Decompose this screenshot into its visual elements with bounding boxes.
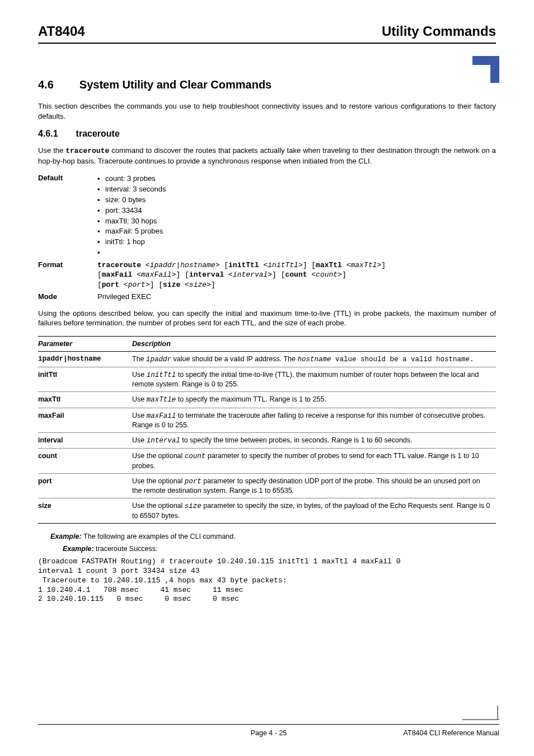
sep: [ xyxy=(97,281,102,289)
subsection-heading: 4.6.1 traceroute xyxy=(38,129,496,139)
table-row: sizeUse the optional size parameter to s… xyxy=(38,498,496,524)
default-item: size: 0 bytes xyxy=(97,195,496,206)
subsection-title: traceroute xyxy=(76,129,120,139)
options-intro: Using the options described below, you c… xyxy=(38,309,496,328)
default-item: initTtl: 1 hop xyxy=(97,237,496,248)
keyword: count xyxy=(285,270,312,279)
parameter-name: ipaddr|hostname xyxy=(38,351,132,367)
example-text: The following are examples of the CLI co… xyxy=(83,533,236,540)
code-output: (Broadcom FASTPATH Routing) # traceroute… xyxy=(38,557,496,604)
defaults-list: count: 3 probesinterval: 3 secondssize: … xyxy=(97,174,496,258)
footer-left xyxy=(38,729,192,737)
parameter-name: port xyxy=(38,473,132,498)
argument: <port> xyxy=(124,281,150,289)
command-name: traceroute xyxy=(65,147,109,155)
argument: <maxTtl> xyxy=(346,261,381,269)
argument: <maxFail> xyxy=(137,270,176,279)
example-label: Example: xyxy=(50,533,83,540)
sep: ] [ xyxy=(272,270,285,279)
example-line-2: Example: traceroute Success: xyxy=(63,545,496,553)
table-row: initTtlUse initTtl to specify the initia… xyxy=(38,367,496,392)
keyword: size xyxy=(163,281,185,289)
keyword: initTtl xyxy=(228,261,263,269)
table-header-description: Description xyxy=(132,336,496,351)
corner-bottom-decoration-icon xyxy=(462,706,499,722)
section-number: 4.6 xyxy=(38,78,54,91)
sep: [ xyxy=(219,261,228,269)
example-text: traceroute Success: xyxy=(96,545,157,553)
mode-label: Mode xyxy=(38,292,97,301)
format-label: Format xyxy=(38,260,97,290)
header-section: Utility Commands xyxy=(382,24,496,39)
table-row: ipaddr|hostnameThe ipaddr value should b… xyxy=(38,351,496,367)
sep: [ xyxy=(97,270,102,279)
default-item: port: 33434 xyxy=(97,206,496,216)
sep: ] xyxy=(342,270,346,279)
mode-value: Privileged EXEC xyxy=(97,292,496,301)
example-line-1: Example: The following are examples of t… xyxy=(50,533,496,540)
page-header: AT8404 Utility Commands xyxy=(38,24,496,44)
parameter-description: Use the optional count parameter to spec… xyxy=(132,449,496,474)
sep: ] [ xyxy=(176,270,189,279)
header-product: AT8404 xyxy=(38,24,85,39)
default-block: Default count: 3 probesinterval: 3 secon… xyxy=(38,174,496,258)
default-label: Default xyxy=(38,174,97,258)
parameter-name: maxTtl xyxy=(38,392,132,408)
keyword: maxFail xyxy=(102,270,137,279)
default-item: maxFail: 5 probes xyxy=(97,226,496,237)
parameter-description: Use the optional size parameter to speci… xyxy=(132,498,496,524)
footer-page-number: Page 4 - 25 xyxy=(192,729,346,737)
format-block: Format traceroute <ipaddr|hostname> [ini… xyxy=(38,260,496,290)
parameter-name: interval xyxy=(38,433,132,449)
default-item: interval: 3 seconds xyxy=(97,184,496,195)
keyword: port xyxy=(102,281,124,289)
table-row: countUse the optional count parameter to… xyxy=(38,449,496,474)
footer-manual-title: AT8404 CLI Reference Manual xyxy=(345,729,499,737)
table-row: portUse the optional port parameter to s… xyxy=(38,473,496,498)
sep: ] xyxy=(211,281,216,289)
svg-rect-3 xyxy=(462,719,499,720)
argument: <size> xyxy=(185,281,211,289)
text: Use the xyxy=(38,146,65,155)
subsection-number: 4.6.1 xyxy=(38,129,58,139)
table-row: maxTtlUse maxTtle to specify the maximum… xyxy=(38,392,496,408)
section-title: System Utility and Clear Commands xyxy=(79,78,271,91)
example-label: Example: xyxy=(63,545,96,553)
argument: <count> xyxy=(311,270,342,279)
parameter-description: Use maxFail to terminate the traceroute … xyxy=(132,408,496,433)
subsection-intro: Use the traceroute command to discover t… xyxy=(38,146,496,166)
keyword: maxTtl xyxy=(316,261,346,269)
section-heading: 4.6 System Utility and Clear Commands xyxy=(38,78,496,91)
table-row: maxFailUse maxFail to terminate the trac… xyxy=(38,408,496,433)
mode-block: Mode Privileged EXEC xyxy=(38,292,496,301)
parameter-name: maxFail xyxy=(38,408,132,433)
default-item: count: 3 probes xyxy=(97,174,496,184)
format-syntax: traceroute <ipaddr|hostname> [initTtl <i… xyxy=(97,260,496,290)
parameter-description: Use initTtl to specify the initial time-… xyxy=(132,367,496,392)
parameter-name: size xyxy=(38,498,132,524)
svg-rect-2 xyxy=(472,65,490,83)
default-item: maxTtl: 30 hops xyxy=(97,216,496,227)
corner-decoration-icon xyxy=(472,56,499,83)
parameter-description: The ipaddr value should be a valid IP ad… xyxy=(132,351,496,367)
table-header-parameter: Parameter xyxy=(38,336,132,351)
parameter-description: Use maxTtle to specify the maximum TTL. … xyxy=(132,392,496,408)
section-intro: This section describes the commands you … xyxy=(38,101,496,121)
parameter-description: Use interval to specify the time between… xyxy=(132,433,496,449)
parameters-table: Parameter Description ipaddr|hostnameThe… xyxy=(38,336,496,524)
keyword: traceroute xyxy=(97,261,146,269)
default-item xyxy=(97,248,496,258)
sep: ] [ xyxy=(303,261,316,269)
argument: <initTtl> xyxy=(263,261,302,269)
parameter-name: initTtl xyxy=(38,367,132,392)
svg-rect-1 xyxy=(490,56,499,83)
parameter-name: count xyxy=(38,449,132,474)
sep: ] [ xyxy=(150,281,163,289)
keyword: interval xyxy=(189,270,228,279)
argument: <ipaddr|hostname> xyxy=(146,261,220,269)
sep: ] xyxy=(381,261,386,269)
page-footer: Page 4 - 25 AT8404 CLI Reference Manual xyxy=(38,724,499,737)
table-row: intervalUse interval to specify the time… xyxy=(38,433,496,449)
argument: <interval> xyxy=(228,270,272,279)
parameter-description: Use the optional port parameter to speci… xyxy=(132,473,496,498)
